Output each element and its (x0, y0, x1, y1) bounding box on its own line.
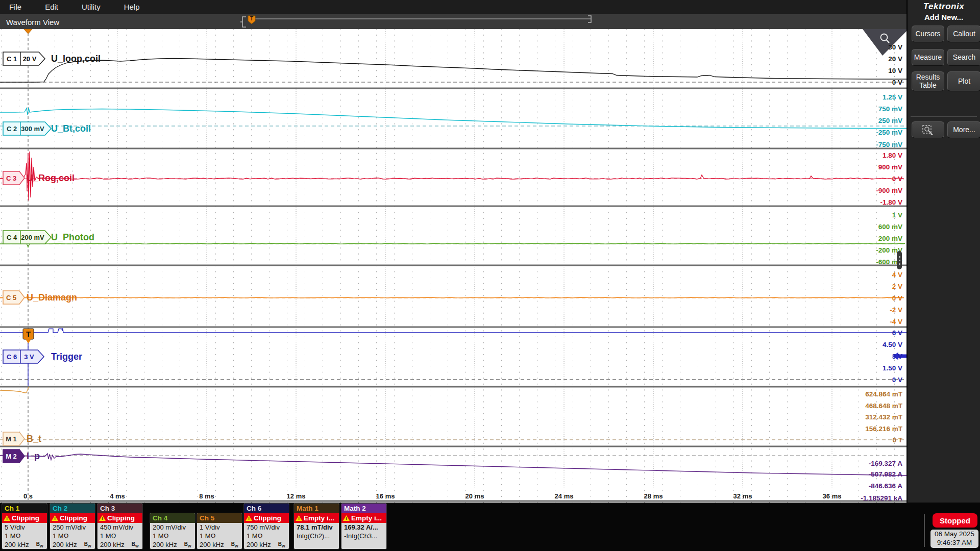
badge-row: 750 mV/div (244, 523, 289, 532)
axis-label: 1.50 V (883, 364, 902, 372)
channel-settings-badge-ch-1[interactable]: Ch 1!Clipping5 V/div1 MΩ200 kHzBW (2, 503, 47, 549)
menu-item-file[interactable]: File (9, 3, 21, 11)
axis-label: 0 V (892, 294, 902, 302)
axis-label: 600 mV (878, 223, 902, 231)
zoom-select-button[interactable] (912, 121, 944, 138)
badge-row: 1 MΩ (244, 532, 289, 540)
axis-label: 200 mV (878, 235, 902, 242)
add-results-table-button[interactable]: Results Table (912, 71, 944, 91)
menu-bar: FileEditUtilityHelp (0, 0, 906, 14)
channel-label-u-bt-coil: U_Bt,coil (51, 123, 91, 134)
warning-icon: ! (52, 515, 58, 521)
badge-title: Ch 1 (2, 504, 47, 513)
channel-settings-badge-ch-5[interactable]: Ch 51 V/div1 MΩ200 kHzBW (197, 513, 242, 549)
add-plot-button[interactable]: Plot (947, 71, 980, 91)
axis-label: 0 V (892, 376, 902, 384)
badge-row: 1 MΩ (197, 532, 242, 540)
waveform-trace-i-p (0, 454, 906, 475)
axis-label: 20 V (888, 55, 902, 63)
warning-row: !Clipping (97, 513, 142, 523)
menu-item-utility[interactable]: Utility (82, 3, 101, 11)
channel-badge-m-1[interactable]: M 1 (3, 432, 24, 445)
waveform-plot-area[interactable]: C 120 VC 2300 mVC 3C 4200 mVC 5C 63 VM 1… (0, 29, 906, 503)
zoom-corner-button[interactable] (863, 29, 906, 56)
channel-settings-badge-ch-4[interactable]: Ch 4200 mV/div1 MΩ200 kHzBW (150, 513, 195, 549)
channel-badge-c-2[interactable]: C 2300 mV (3, 122, 51, 135)
channel-badge-c-3[interactable]: C 3 (3, 171, 24, 185)
warning-row: !Empty i... (341, 513, 386, 523)
badge-row: 200 kHzBW (2, 540, 47, 549)
badge-row: 200 kHzBW (150, 540, 195, 549)
axis-label: 468.648 mT (865, 402, 902, 410)
axis-label: -1.80 V (880, 198, 902, 206)
axis-label: -507.982 A (869, 470, 902, 478)
warning-row: !Empty i... (294, 513, 339, 523)
channel-label-u-loop-coil: U_loop,coil (51, 54, 101, 64)
add-callout-button[interactable]: Callout (947, 26, 980, 42)
badge-row: 78.1 mT/div (294, 523, 339, 532)
channel-settings-badge-ch-6[interactable]: Ch 6!Clipping750 mV/div1 MΩ200 kHzBW (243, 503, 289, 549)
channel-settings-badge-ch-3[interactable]: Ch 3!Clipping450 mV/div1 MΩ200 kHzBW (97, 503, 143, 549)
warning-row: !Clipping (50, 513, 95, 523)
channel-badge-c-1[interactable]: C 120 V (3, 52, 45, 65)
axis-label: 0 V (892, 79, 902, 86)
badge-title: Ch 6 (244, 504, 289, 513)
add-search-button[interactable]: Search (947, 49, 980, 66)
time-axis-label: 8 ms (199, 492, 214, 500)
right-panel: Tektronix Add New... CursorsCalloutMeasu… (906, 0, 980, 551)
axis-label: 1 V (892, 211, 902, 219)
badge-title: Ch 3 (97, 504, 142, 513)
trigger-position-marker[interactable]: T (248, 16, 255, 24)
svg-text:C 1: C 1 (7, 55, 17, 63)
time-axis-label: 12 ms (287, 492, 306, 500)
more-button[interactable]: More... (947, 121, 980, 138)
time-text: 9:46:37 AM (937, 539, 972, 547)
channel-settings-badge-ch-2[interactable]: Ch 2!Clipping250 mV/div1 MΩ200 kHzBW (50, 503, 95, 549)
view-title: Waveform View (6, 17, 59, 26)
time-axis-label: 0 s (23, 492, 33, 500)
warning-icon: ! (296, 515, 302, 521)
axis-label: -250 mV (876, 129, 902, 136)
axis-label: 4.50 V (883, 341, 902, 348)
badge-title: Ch 2 (50, 504, 95, 513)
channel-badge-c-6[interactable]: C 63 V (3, 350, 44, 363)
axis-label: 6 V (892, 329, 902, 337)
svg-text:T: T (26, 330, 31, 338)
channel-settings-badge-math-2[interactable]: Math 2!Empty i...169.32 A/...-Intg(Ch3..… (341, 503, 387, 549)
acquisition-overview-ruler[interactable]: T (240, 14, 597, 30)
channel-label-b-t: B_t (27, 434, 41, 444)
badge-row: 450 mV/div (97, 523, 142, 532)
badge-row: 1 MΩ (150, 532, 195, 540)
trigger-badge[interactable]: T (23, 329, 34, 343)
menu-item-help[interactable]: Help (124, 3, 140, 11)
warning-row: !Clipping (2, 513, 47, 523)
axis-label: 1.25 V (883, 93, 902, 101)
badge-row: 200 kHzBW (50, 540, 95, 549)
stopped-status-button[interactable]: Stopped (933, 513, 977, 528)
badge-row: 200 kHzBW (97, 540, 142, 549)
warning-icon: ! (99, 515, 106, 521)
tektronix-logo: Tektronix (908, 2, 980, 12)
menu-item-edit[interactable]: Edit (45, 3, 58, 11)
add-cursors-button[interactable]: Cursors (912, 26, 944, 42)
axis-label: -2 V (890, 306, 902, 314)
add-new-header: Add New... (908, 13, 980, 21)
axis-label: -900 mV (876, 187, 902, 194)
channel-badge-c-5[interactable]: C 5 (3, 291, 24, 304)
panel-drag-handle[interactable] (897, 251, 902, 269)
time-axis-label: 20 ms (465, 492, 484, 500)
channel-label-u-photod: U_Photod (51, 232, 94, 243)
badge-row: -Intg(Ch3... (341, 532, 386, 540)
axis-label: 250 mV (878, 117, 902, 124)
trigger-top-marker[interactable] (24, 29, 32, 34)
channel-badge-m-2[interactable]: M 2 (3, 449, 24, 463)
time-axis-label: 16 ms (376, 492, 395, 500)
waveform-trace-trigger (0, 328, 906, 333)
badge-row: 1 MΩ (50, 532, 95, 540)
add-measure-button[interactable]: Measure (912, 49, 944, 66)
channel-badge-c-4[interactable]: C 4200 mV (3, 231, 51, 244)
badge-title: Ch 4 (150, 513, 195, 523)
waveform-trace-u-rog-coil (0, 152, 904, 201)
badge-row: Intg(Ch2)... (294, 532, 339, 540)
channel-settings-badge-math-1[interactable]: Math 1!Empty i...78.1 mT/divIntg(Ch2)... (293, 503, 339, 549)
